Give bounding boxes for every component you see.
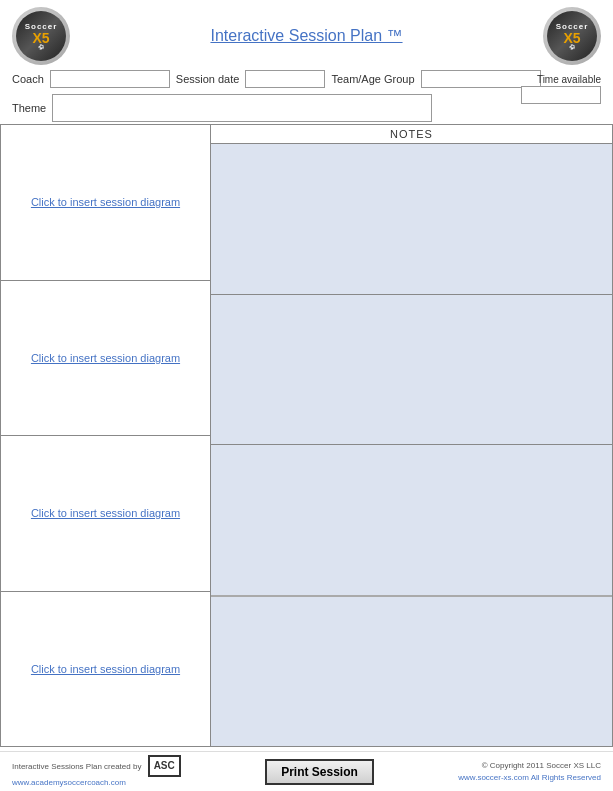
notes-body — [211, 144, 612, 746]
notes-cell-4[interactable] — [211, 597, 612, 747]
diagram-cell-2: Click to insert session diagram — [1, 281, 210, 437]
header-title: Interactive Session Plan ™ — [70, 27, 543, 45]
print-button[interactable]: Print Session — [265, 759, 374, 785]
logo-right: Soccer X5 ⚽ — [543, 7, 601, 65]
left-column: Click to insert session diagram Click to… — [1, 125, 211, 746]
notes-header: NOTES — [211, 125, 612, 144]
footer-right: © Copyright 2011 Soccer XS LLC www.socce… — [458, 760, 601, 782]
right-column: NOTES — [211, 125, 612, 746]
footer-left: Interactive Sessions Plan created by ASC… — [12, 755, 181, 788]
team-age-label: Team/Age Group — [331, 73, 414, 85]
diagram-link-1[interactable]: Click to insert session diagram — [31, 196, 180, 208]
session-date-input[interactable] — [245, 70, 325, 88]
diagram-link-4[interactable]: Click to insert session diagram — [31, 663, 180, 675]
time-available-label: Time available — [537, 74, 601, 85]
page-wrapper: Soccer X5 ⚽ Interactive Session Plan ™ S… — [0, 0, 613, 791]
title-link[interactable]: Interactive Session Plan ™ — [210, 27, 402, 44]
asc-logo: ASC — [148, 755, 181, 777]
footer: Interactive Sessions Plan created by ASC… — [0, 751, 613, 791]
diagram-cell-1: Click to insert session diagram — [1, 125, 210, 281]
theme-label: Theme — [12, 102, 46, 114]
main-table: Click to insert session diagram Click to… — [0, 124, 613, 747]
notes-cell-3[interactable] — [211, 445, 612, 597]
diagram-link-2[interactable]: Click to insert session diagram — [31, 352, 180, 364]
time-input[interactable] — [521, 86, 601, 104]
notes-cell-2[interactable] — [211, 295, 612, 446]
logo-left: Soccer X5 ⚽ — [12, 7, 70, 65]
session-date-label: Session date — [176, 73, 240, 85]
soccer-xs-link[interactable]: www.soccer-xs.com All Rights Reserved — [458, 773, 601, 782]
notes-cell-1[interactable] — [211, 144, 612, 295]
diagram-link-3[interactable]: Click to insert session diagram — [31, 507, 180, 519]
header: Soccer X5 ⚽ Interactive Session Plan ™ S… — [0, 0, 613, 68]
theme-input[interactable] — [52, 94, 432, 122]
diagram-cell-3: Click to insert session diagram — [1, 436, 210, 592]
coach-input[interactable] — [50, 70, 170, 88]
coach-label: Coach — [12, 73, 44, 85]
diagram-cell-4: Click to insert session diagram — [1, 592, 210, 747]
academy-link[interactable]: www.academysoccercoach.com — [12, 778, 126, 787]
